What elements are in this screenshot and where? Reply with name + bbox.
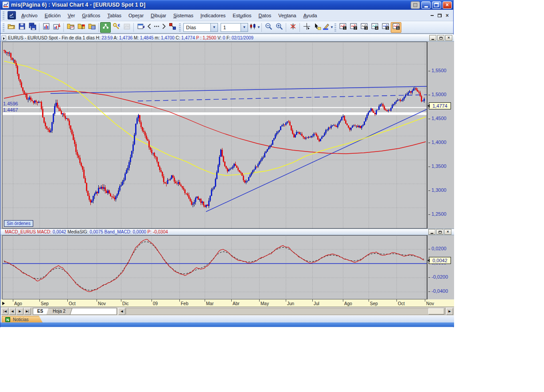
toolbar-grip[interactable] (179, 23, 181, 31)
menu-item-sistemas[interactable]: Sistemas (170, 11, 197, 20)
page-4-button[interactable]: 4 (369, 22, 380, 33)
open-chart-folder-button[interactable] (65, 22, 76, 33)
menu-item-ayuda[interactable]: Ayuda (300, 11, 321, 20)
properties-button[interactable] (135, 22, 146, 33)
hscroll-track[interactable] (126, 308, 446, 315)
draw-pen-button[interactable]: ▼ (323, 22, 333, 33)
hscroll-thumb[interactable] (428, 308, 444, 314)
chevron-down-icon[interactable]: ▼ (210, 23, 218, 31)
bottom-strip (0, 322, 454, 327)
time-axis[interactable]: AgoSepOctNovDic09FebMarAbrMayJunJulAgoSe… (0, 299, 454, 307)
save-all-button[interactable] (27, 22, 38, 33)
macd-close-button[interactable]: × (444, 229, 451, 235)
chart-document-icon[interactable] (8, 11, 16, 19)
time-axis-tick (259, 299, 260, 302)
chevron-down-icon[interactable]: ▼ (330, 25, 334, 29)
open-table-folder-button[interactable] (86, 22, 97, 33)
chart-minimize-button[interactable] (429, 35, 436, 41)
macd-maximize-button[interactable] (436, 229, 443, 235)
chart-type-button[interactable]: ▼ (249, 22, 260, 33)
page-1-button[interactable]: 1 (338, 22, 348, 33)
price-axis[interactable]: 1,55001,50001,45001,40001,35001,30001,25… (427, 42, 454, 229)
svg-text:1: 1 (344, 26, 346, 30)
main-price-plot[interactable] (0, 42, 427, 229)
window-button-blank[interactable] (411, 1, 420, 9)
link-windows-button[interactable] (167, 22, 178, 33)
new-chart-button[interactable] (41, 22, 51, 33)
mdi-restore-button[interactable] (438, 14, 442, 17)
header-segment: P: (146, 229, 153, 234)
chart-titlebar[interactable]: EURUS - EUR/USD Spot - Fin de día 1 días… (0, 35, 454, 42)
chart-close-button[interactable]: × (445, 35, 452, 41)
toolbar-grip[interactable] (334, 23, 336, 31)
menu-item-ver[interactable]: Ver (64, 11, 79, 20)
page-6-button[interactable]: 6 (391, 22, 401, 33)
page-5-button[interactable]: 5 (380, 22, 391, 33)
sheet-tab-hoja2[interactable]: Hoja 2 (47, 308, 72, 314)
menu-item-edicion[interactable]: Edición (41, 11, 64, 20)
menubar-grip[interactable] (3, 12, 4, 19)
support-level-label-2: 1.4467 (3, 107, 18, 113)
header-segment: 1,4845 (140, 35, 154, 40)
connection-button[interactable] (100, 22, 111, 33)
menu-item-indicadores[interactable]: Indicadores (197, 11, 229, 20)
hscroll-right-button[interactable]: ▶ (446, 308, 453, 315)
crosshair-icon (303, 23, 311, 32)
time-axis-label: Ago (344, 301, 352, 306)
open-flag-folder-button[interactable] (76, 22, 86, 33)
zoom-in-button[interactable] (274, 22, 284, 33)
close-button[interactable]: × (443, 1, 452, 9)
time-axis-label: Ago (14, 301, 22, 306)
noticias-tab[interactable]: N Noticias (2, 316, 43, 322)
menubar: ArchivoEdiciónVerGráficosTablasOperarDib… (0, 10, 453, 21)
period-combobox[interactable]: Días▼ (183, 23, 218, 32)
compression-combobox[interactable]: 1▼ (221, 23, 248, 32)
save-button[interactable] (16, 22, 27, 33)
menu-item-archivo[interactable]: Archivo (18, 11, 41, 20)
page-3-button[interactable]: 3 (359, 22, 369, 33)
menu-item-tablas[interactable]: Tablas (104, 11, 125, 20)
page-2-button[interactable]: 2 (348, 22, 359, 33)
next-sheet-button[interactable]: ▶ (16, 308, 23, 315)
hscroll-left-button[interactable]: ◀ (118, 308, 125, 315)
menu-item-ventana[interactable]: Ventana (275, 11, 299, 20)
forward-button[interactable] (160, 22, 167, 33)
sheet-tab-bar: |◀ ◀ ▶ ▶| ESHoja 2 ◀ ▶ (0, 307, 454, 315)
restore-button[interactable] (432, 1, 441, 9)
window-titlebar[interactable]: mis(Página 6) : Visual Chart 4 - [EUR/US… (0, 0, 453, 10)
open-button[interactable] (6, 22, 16, 33)
menu-item-operar[interactable]: Operar (125, 11, 147, 20)
insert-chart-button[interactable] (51, 22, 62, 33)
first-sheet-button[interactable]: |◀ (1, 308, 8, 315)
key-euro-button[interactable]: € (111, 22, 121, 33)
zoom-out-button[interactable] (263, 22, 274, 33)
last-sheet-button[interactable]: ▶| (24, 308, 31, 315)
crosshair-button[interactable] (301, 22, 312, 33)
page1-icon: 1 (339, 23, 347, 32)
mdi-close-button[interactable]: × (446, 13, 449, 18)
chevron-down-icon[interactable]: ▼ (241, 23, 248, 31)
pointer-note-button[interactable] (312, 22, 323, 33)
chart-disabled-button[interactable] (121, 22, 132, 33)
macd-titlebar[interactable]: MACD_EURUS MACD: 0,0042 MediaSIG: 0,0075… (0, 229, 454, 235)
toolbar-grip[interactable] (3, 23, 4, 31)
time-axis-label: Feb (181, 301, 188, 306)
expand-arrow-icon[interactable] (1, 35, 6, 41)
minimize-button[interactable] (421, 1, 431, 9)
chevron-down-icon[interactable]: ▼ (257, 25, 260, 29)
chart-maximize-button[interactable] (437, 35, 444, 41)
macd-plot[interactable] (0, 235, 427, 299)
menu-item-graficos[interactable]: Gráficos (78, 11, 104, 20)
charttype-icon (249, 23, 256, 32)
previous-sheet-button[interactable]: ◀ (9, 308, 16, 315)
menu-item-datos[interactable]: Datos (255, 11, 275, 20)
delete-bar-button[interactable] (288, 22, 298, 33)
macd-axis[interactable]: 0,02000,0000-0,0200-0,04000,0042 (427, 235, 454, 299)
menu-item-dibujar[interactable]: Dibujar (147, 11, 170, 20)
menu-item-estudios[interactable]: Estudios (229, 11, 255, 20)
header-segment: MediaSIG: (66, 229, 89, 234)
pages-button[interactable] (153, 22, 160, 33)
back-button[interactable] (146, 22, 153, 33)
macd-minimize-button[interactable] (428, 229, 435, 235)
mdi-minimize-button[interactable] (431, 15, 434, 16)
